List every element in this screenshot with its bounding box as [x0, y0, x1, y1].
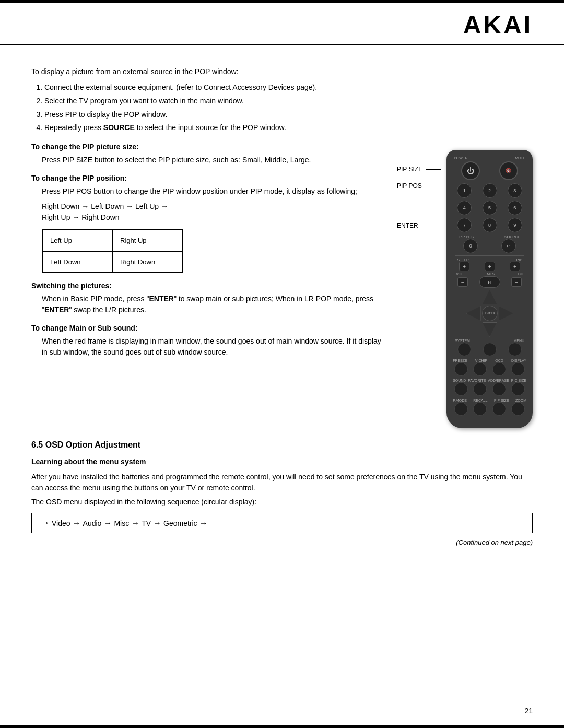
display-btn[interactable] [511, 362, 525, 376]
vol-plus[interactable]: + [459, 262, 469, 271]
btn-0[interactable]: 0 [463, 239, 478, 253]
btn-8[interactable]: 8 [483, 218, 497, 232]
btn-2[interactable]: 2 [483, 183, 497, 198]
pmode-btn[interactable] [454, 402, 468, 416]
osd-video: Video [52, 519, 70, 527]
switching-title: Switching the pictures: [31, 280, 386, 291]
vol-minus[interactable]: − [457, 277, 468, 287]
middle-btn[interactable] [483, 343, 497, 356]
source-bold: SOURCE [103, 123, 135, 132]
main-content: To display a picture from an external so… [0, 56, 564, 568]
dpad-up[interactable] [483, 290, 497, 304]
osd-section: 6.5 OSD Option Adjustment Learning about… [31, 439, 533, 548]
sound-btn[interactable] [454, 382, 468, 396]
dpad-center-enter[interactable]: ENTER [482, 306, 498, 321]
page-number: 21 [524, 707, 533, 715]
enter-bold-1: ENTER [149, 295, 173, 303]
mts-oval[interactable]: ⏯ [479, 276, 500, 288]
sound-btns [452, 382, 527, 396]
menu-btn[interactable] [508, 343, 522, 356]
pip-label: PIP [516, 258, 522, 262]
btn-7[interactable]: 7 [457, 218, 472, 232]
ch-minus[interactable]: − [511, 277, 522, 287]
btn-5[interactable]: 5 [483, 201, 497, 215]
pip-labels-column: PIP SIZE PIP POS ENTER [397, 166, 441, 229]
page-container: AKAI To display a picture from an extern… [0, 0, 564, 728]
pip-pos-desc2: Right Down → Left Down → Left Up →Right … [42, 201, 386, 223]
recall-btn[interactable] [473, 402, 487, 416]
btn-3[interactable]: 3 [508, 183, 522, 198]
remote-divider-1 [455, 255, 524, 256]
vol-pip-ch-plus-row: + + + [452, 262, 527, 271]
dpad-left[interactable] [466, 306, 481, 321]
pip-size-btn-label: PIP SIZE [494, 398, 509, 402]
pmode-btns [452, 402, 527, 416]
arrow-3: → [131, 519, 139, 528]
vchip-btn[interactable] [473, 362, 487, 376]
mts-label: MTS [487, 272, 495, 276]
favorite-btn[interactable] [473, 382, 487, 396]
enter-label-row: ENTER [397, 222, 441, 229]
btn-4[interactable]: 4 [457, 201, 472, 215]
power-button[interactable]: ⏻ [461, 161, 480, 180]
osd-heading: 6.5 OSD Option Adjustment [31, 439, 533, 451]
btn-source[interactable]: ↵ [501, 239, 516, 253]
step-4: Repeatedly press SOURCE to select the in… [44, 122, 386, 134]
freeze-btn[interactable] [454, 362, 468, 376]
pip-size-label-row: PIP SIZE [397, 166, 441, 173]
btn-6[interactable]: 6 [508, 201, 522, 215]
pip-pos-line [425, 186, 441, 186]
enter-line [421, 226, 437, 226]
mute-button[interactable]: 🔇 [499, 161, 518, 180]
ch-plus[interactable]: + [510, 262, 520, 271]
learning-heading: Learning about the menu system [31, 456, 533, 467]
osd-audio: Audio [83, 519, 102, 527]
remote-pip-pos-label: PIP POS [459, 235, 474, 239]
osd-tv: TV [142, 519, 151, 527]
remote-labels-area: PIP SIZE PIP POS ENTER [397, 150, 533, 428]
arrow-4: → [153, 519, 161, 528]
system-btn[interactable] [457, 343, 471, 356]
intro-text: To display a picture from an external so… [31, 66, 386, 77]
pip-size-desc: Press PIP SIZE button to select the PIP … [42, 155, 386, 166]
ocd-btn[interactable] [492, 362, 506, 376]
sound-label: SOUND [453, 379, 466, 382]
main-sub-desc: When the red frame is displaying in main… [42, 336, 386, 358]
top-border [0, 0, 564, 3]
num-row-2: 4 5 6 [452, 201, 527, 215]
pic-size-label: PIC SIZE [511, 379, 526, 382]
pip-pos-desc1: Press PIP POS button to change the PIP w… [42, 186, 386, 197]
ocd-label: OCD [495, 359, 503, 362]
power-label: POWER [454, 156, 467, 160]
arrow-1: → [73, 519, 81, 528]
continued-text: (Continued on next page) [31, 537, 533, 548]
btn-1[interactable]: 1 [457, 183, 472, 198]
pic-size-btn[interactable] [511, 382, 525, 396]
remote-source-label: SOURCE [504, 235, 520, 239]
header: AKAI [0, 0, 564, 45]
add-erase-label: ADD/ERASE [488, 379, 509, 382]
learning-desc1: After you have installed the batteries a… [31, 472, 533, 494]
num-row-3: 7 8 9 [452, 218, 527, 232]
steps-list: Connect the external source equipment. (… [44, 81, 386, 134]
arrow-start: → [40, 518, 50, 529]
dpad-right[interactable] [499, 306, 513, 321]
zoom-label: ZOOM [515, 398, 526, 402]
enter-bold-2: ENTER [44, 306, 69, 314]
brand-logo: AKAI [463, 10, 533, 39]
num-row-1: 1 2 3 [452, 183, 527, 198]
pip-pos-title: To change the PIP position: [31, 173, 386, 184]
add-erase-btn[interactable] [492, 382, 506, 396]
power-mute-labels: POWER MUTE [452, 156, 527, 160]
dpad-down[interactable] [483, 322, 497, 337]
ch-label: CH [518, 272, 523, 276]
pos-left-up: Left Up [42, 230, 112, 251]
pmode-labels: P.MODE RECALL PIP SIZE ZOOM [452, 398, 527, 402]
pip-pos-label-row: PIP POS [397, 182, 441, 190]
pip-size-btn[interactable] [492, 402, 506, 416]
pip-plus[interactable]: + [485, 262, 495, 271]
bottom-border [0, 725, 564, 728]
dpad: ENTER [466, 290, 513, 337]
btn-9[interactable]: 9 [508, 218, 522, 232]
zoom-btn[interactable] [511, 402, 525, 416]
